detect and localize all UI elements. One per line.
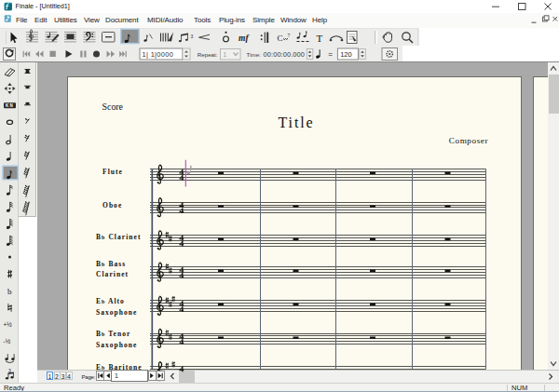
svg-text:1: 1 <box>224 51 227 58</box>
svg-text:1| 1|0000: 1| 1|0000 <box>143 50 174 59</box>
svg-text:Repeat:: Repeat: <box>198 51 218 58</box>
svg-text:3: 3 <box>8 368 11 373</box>
svg-text:3: 3 <box>191 34 194 39</box>
svg-text:=: = <box>328 50 333 59</box>
svg-text:+½: +½ <box>4 321 13 328</box>
svg-text:mf: mf <box>239 34 249 43</box>
svg-text:120: 120 <box>340 50 352 59</box>
svg-text:-½: -½ <box>4 338 11 345</box>
svg-text:b: b <box>7 287 12 296</box>
svg-text:Time:: Time: <box>247 51 262 58</box>
svg-text:T: T <box>317 33 323 44</box>
svg-text:N: N <box>10 103 13 108</box>
svg-text:1: 1 <box>115 372 118 379</box>
svg-text:00:00:00.000: 00:00:00.000 <box>264 50 305 59</box>
svg-text:7: 7 <box>288 33 291 38</box>
svg-text:C: C <box>278 34 283 43</box>
